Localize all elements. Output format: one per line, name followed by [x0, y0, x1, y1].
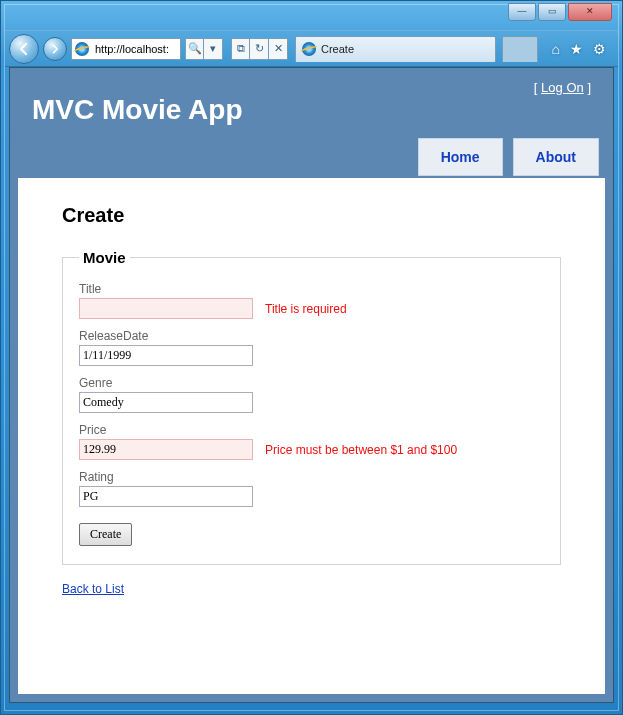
arrow-left-icon: [17, 42, 31, 56]
minimize-button[interactable]: —: [508, 3, 536, 21]
page-control-buttons: ⧉ ↻ ✕: [231, 38, 288, 60]
compat-view-button[interactable]: ⧉: [231, 38, 250, 60]
label-genre: Genre: [79, 376, 544, 390]
back-button[interactable]: [9, 34, 39, 64]
fieldset-legend: Movie: [79, 249, 130, 266]
forward-button[interactable]: [43, 37, 67, 61]
field-genre: [79, 392, 544, 413]
close-button[interactable]: ✕: [568, 3, 612, 21]
caption-controls: — ▭ ✕: [508, 3, 612, 21]
movie-fieldset: Movie Title Title is required ReleaseDat…: [62, 249, 561, 565]
title-bar: — ▭ ✕: [5, 5, 618, 30]
field-title: Title is required: [79, 298, 544, 319]
tab-title: Create: [321, 43, 354, 55]
url-dropdown-button[interactable]: ▾: [204, 38, 223, 60]
frame-buttons: ⌂ ★ ⚙: [542, 41, 612, 57]
tab-favicon: [302, 42, 316, 56]
bracket-left: [: [534, 80, 538, 95]
input-genre[interactable]: [79, 392, 253, 413]
input-releasedate[interactable]: [79, 345, 253, 366]
page-heading: Create: [62, 204, 561, 227]
address-bar-buttons: 🔍 ▾: [185, 38, 223, 60]
input-price[interactable]: [79, 439, 253, 460]
label-rating: Rating: [79, 470, 544, 484]
favorites-icon[interactable]: ★: [570, 41, 583, 57]
stop-button[interactable]: ✕: [269, 38, 288, 60]
content-panel: Create Movie Title Title is required Rel…: [18, 178, 605, 694]
address-bar[interactable]: [71, 38, 181, 60]
nav-about[interactable]: About: [513, 138, 599, 176]
field-price: Price must be between $1 and $100: [79, 439, 544, 460]
ie-icon: [75, 42, 89, 56]
os-window: — ▭ ✕ 🔍 ▾ ⧉ ↻ ✕: [0, 0, 623, 715]
main-nav: Home About: [418, 138, 599, 176]
input-title[interactable]: [79, 298, 253, 319]
error-title: Title is required: [265, 302, 347, 316]
create-button[interactable]: Create: [79, 523, 132, 546]
login-display: [ Log On ]: [534, 80, 591, 95]
label-title: Title: [79, 282, 544, 296]
tools-icon[interactable]: ⚙: [593, 41, 606, 57]
url-input[interactable]: [93, 42, 177, 56]
bracket-right: ]: [587, 80, 591, 95]
label-releasedate: ReleaseDate: [79, 329, 544, 343]
field-releasedate: [79, 345, 544, 366]
page-viewport: [ Log On ] MVC Movie App Home About Crea…: [9, 67, 614, 703]
submit-row: Create: [79, 523, 544, 546]
site-page: [ Log On ] MVC Movie App Home About Crea…: [10, 68, 613, 126]
new-tab-button[interactable]: [502, 36, 538, 62]
label-price: Price: [79, 423, 544, 437]
input-rating[interactable]: [79, 486, 253, 507]
search-button[interactable]: 🔍: [185, 38, 204, 60]
back-link-row: Back to List: [62, 579, 561, 597]
maximize-button[interactable]: ▭: [538, 3, 566, 21]
refresh-button[interactable]: ↻: [250, 38, 269, 60]
browser-tab[interactable]: Create: [295, 36, 496, 62]
field-rating: [79, 486, 544, 507]
nav-home[interactable]: Home: [418, 138, 503, 176]
home-icon[interactable]: ⌂: [552, 41, 560, 57]
browser-toolbar: 🔍 ▾ ⧉ ↻ ✕ Create ⌂ ★ ⚙: [5, 30, 618, 67]
error-price: Price must be between $1 and $100: [265, 443, 457, 457]
site-title: MVC Movie App: [10, 68, 613, 126]
logon-link[interactable]: Log On: [541, 80, 584, 95]
arrow-right-icon: [50, 44, 60, 54]
back-to-list-link[interactable]: Back to List: [62, 582, 124, 596]
